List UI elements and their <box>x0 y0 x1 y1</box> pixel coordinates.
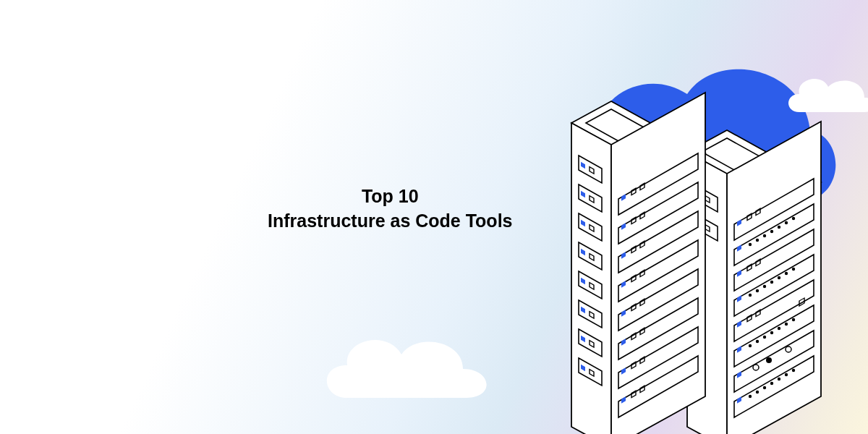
title-line-1: Top 10 <box>268 184 513 209</box>
page-title: Top 10 Infrastructure as Code Tools <box>268 184 513 234</box>
server-towers-icon <box>550 87 839 434</box>
svg-point-19 <box>766 357 772 363</box>
cloud-icon-bottom <box>318 326 499 412</box>
title-line-2: Infrastructure as Code Tools <box>268 209 513 234</box>
